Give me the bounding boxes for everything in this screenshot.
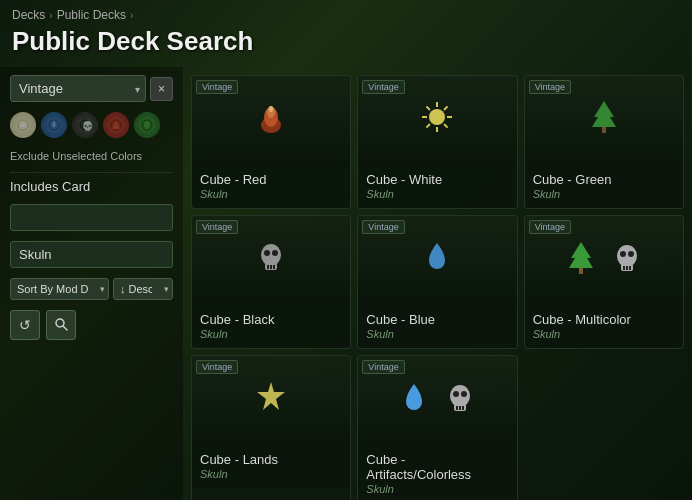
svg-rect-32 [270, 265, 272, 269]
deck-badge: Vintage [362, 220, 404, 234]
breadcrumb-decks[interactable]: Decks [12, 8, 45, 22]
deck-badge: Vintage [196, 220, 238, 234]
deck-icon-pair [394, 378, 480, 425]
svg-point-44 [450, 385, 470, 407]
svg-line-20 [427, 124, 431, 128]
deck-card-cube-lands[interactable]: Vintage Cube - Lands Skuln [191, 355, 351, 500]
color-icon-white[interactable] [10, 112, 36, 138]
deck-name: Cube - Artifacts/Colorless [366, 452, 508, 482]
deck-author: Skuln [366, 328, 508, 340]
deck-author: Skuln [533, 188, 675, 200]
deck-card-cube-red[interactable]: Vintage Cube - Red Skuln [191, 75, 351, 209]
deck-card-image: Vintage [525, 216, 683, 306]
deck-author: Skuln [533, 328, 675, 340]
svg-point-39 [628, 251, 634, 257]
svg-point-30 [272, 250, 278, 256]
reset-button[interactable]: ↺ [10, 310, 40, 340]
color-icon-green[interactable] [134, 112, 160, 138]
deck-name: Cube - Lands [200, 452, 342, 467]
includes-card-input[interactable] [10, 204, 173, 231]
sidebar: Vintage Standard Modern Legacy Commander… [0, 67, 183, 500]
deck-name: Cube - Green [533, 172, 675, 187]
deck-info: Cube - Red Skuln [192, 166, 350, 208]
sort-select[interactable]: Sort By Mod Data Sort By Name Sort By Da… [10, 278, 109, 300]
deck-name: Cube - Red [200, 172, 342, 187]
format-clear-button[interactable]: × [150, 77, 173, 101]
deck-name: Cube - White [366, 172, 508, 187]
svg-line-18 [445, 124, 449, 128]
deck-author: Skuln [200, 468, 342, 480]
breadcrumb-public-decks[interactable]: Public Decks [57, 8, 126, 22]
page-wrapper: Decks › Public Decks › Public Deck Searc… [0, 0, 692, 500]
deck-icon-part [394, 378, 434, 425]
color-icon-blue[interactable] [41, 112, 67, 138]
deck-icon-part [561, 238, 601, 285]
deck-info: Cube - Artifacts/Colorless Skuln [358, 446, 516, 500]
deck-card-image: Vintage [525, 76, 683, 166]
svg-point-36 [617, 245, 637, 267]
deck-icon-pair [561, 238, 647, 285]
deck-badge: Vintage [362, 360, 404, 374]
svg-rect-41 [626, 266, 628, 270]
deck-icon [417, 97, 457, 146]
deck-name: Cube - Black [200, 312, 342, 327]
svg-line-24 [445, 106, 449, 110]
svg-line-22 [427, 106, 431, 110]
deck-card-image: Vintage [192, 356, 350, 446]
breadcrumb-sep-2: › [130, 10, 133, 21]
svg-rect-50 [462, 406, 464, 410]
deck-badge: Vintage [529, 80, 571, 94]
search-button[interactable] [46, 310, 76, 340]
deck-card-image: Vintage [192, 76, 350, 166]
svg-marker-35 [569, 242, 593, 268]
deck-card-cube-blue[interactable]: Vintage Cube - Blue Skuln [357, 215, 517, 349]
deck-info: Cube - Blue Skuln [358, 306, 516, 348]
deck-card-cube-black[interactable]: Vintage Cube - Black Skuln [191, 215, 351, 349]
sort-row: Sort By Mod Data Sort By Name Sort By Da… [10, 278, 173, 300]
deck-icon-part [440, 378, 480, 425]
svg-rect-48 [456, 406, 458, 410]
svg-line-11 [63, 326, 67, 330]
svg-point-38 [620, 251, 626, 257]
order-select[interactable]: ↓ Desc ↑ Asc [113, 278, 173, 300]
svg-point-1 [21, 123, 25, 127]
deck-icon [417, 237, 457, 286]
format-select-wrapper: Vintage Standard Modern Legacy Commander… [10, 75, 146, 102]
deck-info: Cube - Multicolor Skuln [525, 306, 683, 348]
action-row: ↺ [10, 310, 173, 340]
svg-point-46 [453, 391, 459, 397]
deck-name: Cube - Multicolor [533, 312, 675, 327]
deck-card-cube-white[interactable]: Vintage Cube - White Skuln [357, 75, 517, 209]
svg-rect-40 [623, 266, 625, 270]
deck-card-image: Vintage [192, 216, 350, 306]
deck-info: Cube - Black Skuln [192, 306, 350, 348]
deck-author: Skuln [200, 328, 342, 340]
reset-icon: ↺ [19, 317, 31, 333]
deck-name: Cube - Blue [366, 312, 508, 327]
exclude-label: Exclude Unselected Colors [10, 150, 173, 162]
svg-text:💀: 💀 [82, 120, 93, 132]
svg-rect-33 [273, 265, 275, 269]
order-select-wrapper: ↓ Desc ↑ Asc ▾ [113, 278, 173, 300]
deck-card-cube-artifacts[interactable]: Vintage Cube - Artifacts/Colorless Skuln [357, 355, 517, 500]
color-icon-black[interactable]: 💀 [72, 112, 98, 138]
deck-author: Skuln [366, 483, 508, 495]
deck-icon [584, 97, 624, 146]
deck-badge: Vintage [529, 220, 571, 234]
author-input[interactable] [10, 241, 173, 268]
svg-point-27 [261, 244, 281, 266]
deck-info: Cube - Lands Skuln [192, 446, 350, 488]
color-icon-red[interactable] [103, 112, 129, 138]
svg-rect-42 [629, 266, 631, 270]
main-layout: Vintage Standard Modern Legacy Commander… [0, 67, 692, 500]
format-select[interactable]: Vintage Standard Modern Legacy Commander [10, 75, 146, 102]
grid-area: Vintage Cube - Red Skuln Vintage Cube - … [183, 67, 692, 500]
deck-badge: Vintage [196, 360, 238, 374]
sort-select-wrapper: Sort By Mod Data Sort By Name Sort By Da… [10, 278, 109, 300]
search-icon [54, 317, 68, 334]
svg-point-47 [461, 391, 467, 397]
svg-point-29 [264, 250, 270, 256]
deck-card-cube-multicolor[interactable]: Vintage Cube - Multicolor Skuln [524, 215, 684, 349]
deck-card-cube-green[interactable]: Vintage Cube - Green Skuln [524, 75, 684, 209]
page-title: Public Deck Search [0, 26, 692, 67]
